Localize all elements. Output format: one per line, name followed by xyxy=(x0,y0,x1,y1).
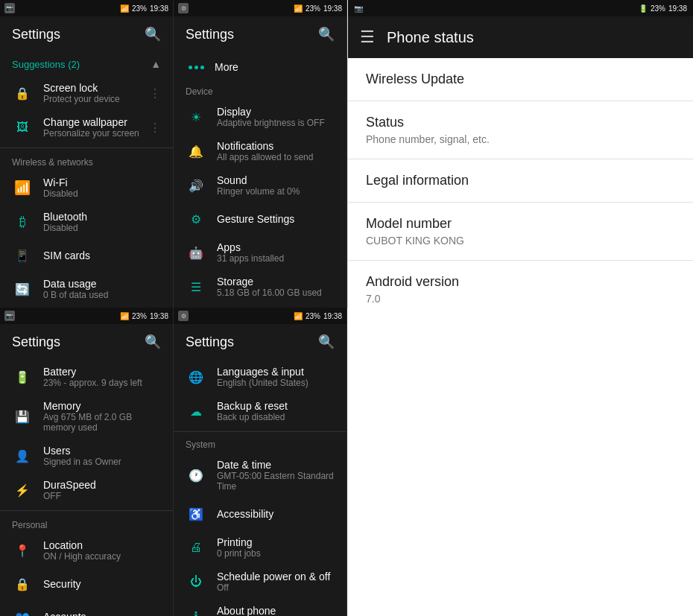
duraspeed-title: DuraSpeed xyxy=(43,479,96,491)
gesture-icon: ⚙ xyxy=(186,209,206,229)
suggestions-label: Suggestions (2) xyxy=(12,59,80,70)
phone-status-title: Phone status xyxy=(387,29,474,46)
bluetooth-subtitle: Disabled xyxy=(43,223,87,233)
chevron-up-icon[interactable]: ▲ xyxy=(151,58,161,70)
languages-subtitle: English (United States) xyxy=(217,378,308,388)
apps-item[interactable]: 🤖 Apps 31 apps installed xyxy=(174,235,346,270)
model-item[interactable]: Model number CUBOT KING KONG xyxy=(348,203,693,261)
location-icon: 📍 xyxy=(12,540,33,561)
language-icon: 🌐 xyxy=(186,366,206,387)
security-item[interactable]: 🔒 Security xyxy=(0,568,173,600)
wallpaper-item[interactable]: 🖼 Change wallpaper Personalize your scre… xyxy=(0,110,173,145)
divider-1 xyxy=(0,147,173,148)
legal-title: Legal information xyxy=(366,173,675,188)
app-icon-3: 📷 xyxy=(4,311,15,321)
schedule-title: Schedule power on & off xyxy=(217,571,330,582)
accounts-item[interactable]: 👥 Accounts xyxy=(0,600,173,616)
notifications-item[interactable]: 🔔 Notifications All apps allowed to send xyxy=(174,134,346,168)
wireless-update-item[interactable]: Wireless Update xyxy=(348,58,693,101)
sound-item[interactable]: 🔊 Sound Ringer volume at 0% xyxy=(174,168,346,203)
datetime-icon: 🕐 xyxy=(186,465,206,486)
search-icon-2[interactable]: 🔍 xyxy=(318,26,335,42)
accessibility-icon: ♿ xyxy=(186,504,206,524)
accessibility-title: Accessibility xyxy=(217,508,273,520)
data-icon: 🔄 xyxy=(12,279,33,299)
bluetooth-item[interactable]: ₿ Bluetooth Disabled xyxy=(0,205,173,239)
more-dots-icon-lock[interactable]: ⋮ xyxy=(149,86,161,101)
memory-item[interactable]: 💾 Memory Avg 675 MB of 2.0 GB memory use… xyxy=(0,394,173,439)
wireless-section-header: Wireless & networks xyxy=(0,151,173,171)
languages-title: Languages & input xyxy=(217,366,308,378)
backup-icon: ☁ xyxy=(186,401,206,422)
apps-title: Apps xyxy=(217,241,284,253)
about-item[interactable]: ℹ About phone Android 7.0 xyxy=(174,599,346,616)
sim-title: SIM cards xyxy=(43,250,90,261)
datetime-item[interactable]: 🕐 Date & time GMT-05:00 Eastern Standard… xyxy=(174,453,346,498)
phone-time: 19:38 xyxy=(668,4,687,13)
sound-subtitle: Ringer volume at 0% xyxy=(217,186,300,197)
wifi-icon: 📶 xyxy=(12,177,33,198)
users-title: Users xyxy=(43,445,121,457)
memory-subtitle: Avg 675 MB of 2.0 GB memory used xyxy=(43,412,161,433)
backup-item[interactable]: ☁ Backup & reset Back up disabled xyxy=(174,394,346,428)
dots-icon xyxy=(189,66,204,69)
android-version-value: 7.0 xyxy=(366,293,675,305)
users-item[interactable]: 👤 Users Signed in as Owner xyxy=(0,439,173,473)
gesture-title: Gesture Settings xyxy=(217,213,294,225)
search-icon-4[interactable]: 🔍 xyxy=(318,334,335,350)
status-item[interactable]: Status Phone number, signal, etc. xyxy=(348,101,693,159)
time-3: 19:38 xyxy=(150,312,168,320)
device-label: Device xyxy=(174,82,346,100)
battery-icon-item: 🔋 xyxy=(12,366,33,387)
sound-icon: 🔊 xyxy=(186,175,206,196)
battery-item-subtitle: 23% - approx. 9 days left xyxy=(43,378,142,388)
wallpaper-icon: 🖼 xyxy=(12,117,33,138)
security-title: Security xyxy=(43,578,81,590)
sim-item[interactable]: 📱 SIM cards xyxy=(0,239,173,272)
speed-icon: ⚡ xyxy=(12,480,33,501)
legal-item[interactable]: Legal information xyxy=(348,159,693,203)
users-subtitle: Signed in as Owner xyxy=(43,457,121,467)
data-usage-item[interactable]: 🔄 Data usage 0 B of data used xyxy=(0,272,173,306)
search-icon-1[interactable]: 🔍 xyxy=(145,26,161,42)
wallpaper-subtitle: Personalize your screen xyxy=(43,128,149,139)
users-icon: 👤 xyxy=(12,445,33,466)
app-icon-4: ⚙ xyxy=(178,311,189,321)
time-text-2: 19:38 xyxy=(323,4,342,13)
languages-item[interactable]: 🌐 Languages & input English (United Stat… xyxy=(174,360,346,394)
gesture-item[interactable]: ⚙ Gesture Settings xyxy=(174,203,346,235)
hamburger-icon[interactable]: ☰ xyxy=(360,28,375,47)
search-icon-3[interactable]: 🔍 xyxy=(145,334,161,350)
data-title: Data usage xyxy=(43,278,108,290)
lock-icon: 🔒 xyxy=(12,83,33,104)
battery-text: 23% xyxy=(132,4,147,13)
printing-item[interactable]: 🖨 Printing 0 print jobs xyxy=(174,530,346,565)
wallpaper-title: Change wallpaper xyxy=(43,116,149,128)
time-4: 19:38 xyxy=(323,312,342,320)
more-dots-icon-wallpaper[interactable]: ⋮ xyxy=(149,121,161,135)
display-icon: ☀ xyxy=(186,107,206,127)
settings-title-2: Settings xyxy=(186,27,234,42)
security-icon: 🔒 xyxy=(12,574,33,594)
display-title: Display xyxy=(217,106,325,118)
schedule-item[interactable]: ⏻ Schedule power on & off Off xyxy=(174,565,346,599)
location-item[interactable]: 📍 Location ON / High accuracy xyxy=(0,533,173,568)
status-subtitle: Phone number, signal, etc. xyxy=(366,133,675,145)
time-text: 19:38 xyxy=(150,4,168,13)
notifications-title: Notifications xyxy=(217,140,313,152)
accessibility-item[interactable]: ♿ Accessibility xyxy=(174,498,346,530)
wifi-item[interactable]: 📶 Wi-Fi Disabled xyxy=(0,171,173,205)
duraspeed-item[interactable]: ⚡ DuraSpeed OFF xyxy=(0,473,173,507)
about-title: About phone xyxy=(217,605,276,616)
settings-title-4: Settings xyxy=(186,334,234,350)
android-version-title: Android version xyxy=(366,274,675,290)
screen-lock-title: Screen lock xyxy=(43,82,149,94)
backup-title: Backup & reset xyxy=(217,400,288,412)
memory-icon: 💾 xyxy=(12,406,33,427)
display-item[interactable]: ☀ Display Adaptive brightness is OFF xyxy=(174,100,346,134)
battery-item[interactable]: 🔋 Battery 23% - approx. 9 days left xyxy=(0,360,173,394)
screen-lock-item[interactable]: 🔒 Screen lock Protect your device ⋮ xyxy=(0,76,173,110)
battery-text-2: 23% xyxy=(306,4,320,13)
more-item[interactable]: More xyxy=(174,52,346,82)
storage-item[interactable]: ☰ Storage 5.18 GB of 16.00 GB used xyxy=(174,270,346,304)
